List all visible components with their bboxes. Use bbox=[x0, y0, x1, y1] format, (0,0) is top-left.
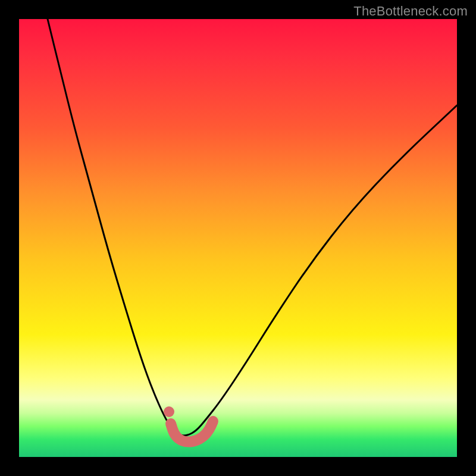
plot-area bbox=[19, 19, 457, 457]
bottleneck-curve bbox=[48, 19, 457, 436]
u-band-marker bbox=[171, 421, 213, 442]
watermark-text: TheBottleneck.com bbox=[353, 4, 468, 19]
left-dot-marker bbox=[164, 406, 174, 417]
chart-frame: TheBottleneck.com bbox=[0, 0, 476, 476]
curve-svg bbox=[19, 19, 457, 457]
